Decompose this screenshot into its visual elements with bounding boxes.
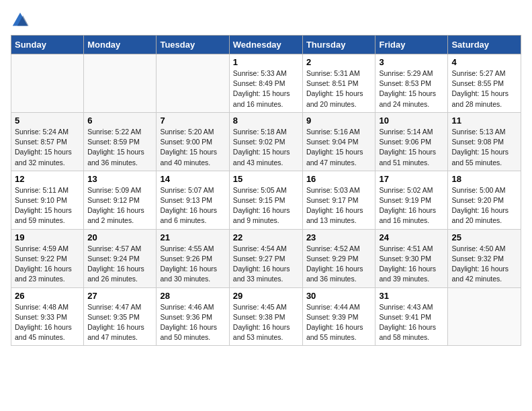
calendar-cell: 20Sunrise: 4:57 AM Sunset: 9:24 PM Dayli…	[84, 229, 157, 287]
calendar-week-5: 26Sunrise: 4:48 AM Sunset: 9:33 PM Dayli…	[11, 287, 521, 346]
calendar-week-4: 19Sunrise: 4:59 AM Sunset: 9:22 PM Dayli…	[11, 229, 521, 287]
day-number: 24	[379, 232, 444, 242]
day-info: Sunrise: 4:55 AM Sunset: 9:26 PM Dayligh…	[160, 244, 225, 285]
calendar-week-3: 12Sunrise: 5:11 AM Sunset: 9:10 PM Dayli…	[11, 171, 521, 229]
day-info: Sunrise: 5:31 AM Sunset: 8:51 PM Dayligh…	[306, 68, 372, 109]
day-number: 6	[87, 116, 152, 126]
calendar-cell: 25Sunrise: 4:50 AM Sunset: 9:32 PM Dayli…	[448, 229, 521, 287]
day-number: 14	[160, 174, 225, 184]
day-number: 31	[379, 291, 444, 301]
logo-icon	[11, 11, 30, 30]
day-number: 7	[160, 116, 225, 126]
calendar-body: 1Sunrise: 5:33 AM Sunset: 8:49 PM Daylig…	[11, 54, 521, 346]
calendar-cell: 19Sunrise: 4:59 AM Sunset: 9:22 PM Dayli…	[11, 229, 84, 287]
day-number: 22	[233, 232, 299, 242]
calendar-cell: 5Sunrise: 5:24 AM Sunset: 8:57 PM Daylig…	[11, 112, 84, 171]
day-info: Sunrise: 5:16 AM Sunset: 9:04 PM Dayligh…	[306, 127, 372, 168]
calendar-header-friday: Friday	[375, 36, 448, 54]
calendar-cell: 29Sunrise: 4:45 AM Sunset: 9:38 PM Dayli…	[229, 287, 302, 346]
calendar-week-2: 5Sunrise: 5:24 AM Sunset: 8:57 PM Daylig…	[11, 112, 521, 171]
day-number: 29	[233, 291, 299, 301]
day-info: Sunrise: 4:52 AM Sunset: 9:29 PM Dayligh…	[306, 244, 372, 285]
calendar-header-tuesday: Tuesday	[157, 36, 229, 54]
day-number: 2	[306, 57, 372, 67]
day-info: Sunrise: 5:27 AM Sunset: 8:55 PM Dayligh…	[451, 68, 517, 109]
day-info: Sunrise: 4:48 AM Sunset: 9:33 PM Dayligh…	[15, 302, 80, 343]
day-info: Sunrise: 4:44 AM Sunset: 9:39 PM Dayligh…	[306, 302, 372, 343]
calendar-cell: 21Sunrise: 4:55 AM Sunset: 9:26 PM Dayli…	[157, 229, 229, 287]
calendar-cell: 26Sunrise: 4:48 AM Sunset: 9:33 PM Dayli…	[11, 287, 84, 346]
calendar-cell: 31Sunrise: 4:43 AM Sunset: 9:41 PM Dayli…	[375, 287, 448, 346]
day-number: 26	[15, 291, 80, 301]
day-info: Sunrise: 5:02 AM Sunset: 9:19 PM Dayligh…	[379, 185, 444, 226]
calendar-cell: 18Sunrise: 5:00 AM Sunset: 9:20 PM Dayli…	[448, 171, 521, 229]
calendar-header-saturday: Saturday	[448, 36, 521, 54]
day-info: Sunrise: 5:24 AM Sunset: 8:57 PM Dayligh…	[15, 127, 80, 168]
day-number: 10	[379, 116, 444, 126]
day-number: 11	[451, 116, 517, 126]
day-info: Sunrise: 4:46 AM Sunset: 9:36 PM Dayligh…	[160, 302, 225, 343]
day-number: 13	[87, 174, 152, 184]
day-number: 20	[87, 232, 152, 242]
day-number: 23	[306, 232, 372, 242]
calendar-header-wednesday: Wednesday	[229, 36, 302, 54]
calendar-header-thursday: Thursday	[302, 36, 375, 54]
calendar-cell: 14Sunrise: 5:07 AM Sunset: 9:13 PM Dayli…	[157, 171, 229, 229]
day-info: Sunrise: 4:47 AM Sunset: 9:35 PM Dayligh…	[87, 302, 152, 343]
day-number: 27	[87, 291, 152, 301]
day-info: Sunrise: 5:22 AM Sunset: 8:59 PM Dayligh…	[87, 127, 152, 168]
calendar-cell: 27Sunrise: 4:47 AM Sunset: 9:35 PM Dayli…	[84, 287, 157, 346]
day-number: 18	[451, 174, 517, 184]
day-number: 28	[160, 291, 225, 301]
day-info: Sunrise: 5:33 AM Sunset: 8:49 PM Dayligh…	[233, 68, 299, 109]
day-number: 12	[15, 174, 80, 184]
day-number: 8	[233, 116, 299, 126]
calendar-cell: 17Sunrise: 5:02 AM Sunset: 9:19 PM Dayli…	[375, 171, 448, 229]
day-info: Sunrise: 4:57 AM Sunset: 9:24 PM Dayligh…	[87, 244, 152, 285]
calendar-cell: 24Sunrise: 4:51 AM Sunset: 9:30 PM Dayli…	[375, 229, 448, 287]
day-number: 30	[306, 291, 372, 301]
day-number: 16	[306, 174, 372, 184]
calendar-cell: 9Sunrise: 5:16 AM Sunset: 9:04 PM Daylig…	[302, 112, 375, 171]
day-info: Sunrise: 5:13 AM Sunset: 9:08 PM Dayligh…	[451, 127, 517, 168]
day-number: 21	[160, 232, 225, 242]
calendar-table: SundayMondayTuesdayWednesdayThursdayFrid…	[11, 35, 521, 346]
calendar-header: SundayMondayTuesdayWednesdayThursdayFrid…	[11, 36, 521, 54]
calendar-cell	[157, 54, 229, 113]
calendar-cell: 16Sunrise: 5:03 AM Sunset: 9:17 PM Dayli…	[302, 171, 375, 229]
calendar-cell	[11, 54, 84, 113]
calendar-cell: 4Sunrise: 5:27 AM Sunset: 8:55 PM Daylig…	[448, 54, 521, 113]
calendar-cell	[448, 287, 521, 346]
day-info: Sunrise: 4:43 AM Sunset: 9:41 PM Dayligh…	[379, 302, 444, 343]
calendar-cell: 11Sunrise: 5:13 AM Sunset: 9:08 PM Dayli…	[448, 112, 521, 171]
calendar-cell: 28Sunrise: 4:46 AM Sunset: 9:36 PM Dayli…	[157, 287, 229, 346]
day-number: 9	[306, 116, 372, 126]
calendar-cell: 7Sunrise: 5:20 AM Sunset: 9:00 PM Daylig…	[157, 112, 229, 171]
day-info: Sunrise: 5:18 AM Sunset: 9:02 PM Dayligh…	[233, 127, 299, 168]
calendar-cell: 3Sunrise: 5:29 AM Sunset: 8:53 PM Daylig…	[375, 54, 448, 113]
day-info: Sunrise: 5:00 AM Sunset: 9:20 PM Dayligh…	[451, 185, 517, 226]
calendar-cell: 6Sunrise: 5:22 AM Sunset: 8:59 PM Daylig…	[84, 112, 157, 171]
day-info: Sunrise: 5:29 AM Sunset: 8:53 PM Dayligh…	[379, 68, 444, 109]
day-number: 3	[379, 57, 444, 67]
header	[11, 11, 521, 30]
calendar-cell: 8Sunrise: 5:18 AM Sunset: 9:02 PM Daylig…	[229, 112, 302, 171]
calendar-cell: 22Sunrise: 4:54 AM Sunset: 9:27 PM Dayli…	[229, 229, 302, 287]
calendar-cell: 23Sunrise: 4:52 AM Sunset: 9:29 PM Dayli…	[302, 229, 375, 287]
day-info: Sunrise: 5:20 AM Sunset: 9:00 PM Dayligh…	[160, 127, 225, 168]
day-info: Sunrise: 5:07 AM Sunset: 9:13 PM Dayligh…	[160, 185, 225, 226]
day-info: Sunrise: 4:59 AM Sunset: 9:22 PM Dayligh…	[15, 244, 80, 285]
calendar-cell: 30Sunrise: 4:44 AM Sunset: 9:39 PM Dayli…	[302, 287, 375, 346]
day-info: Sunrise: 4:50 AM Sunset: 9:32 PM Dayligh…	[451, 244, 517, 285]
calendar-cell: 13Sunrise: 5:09 AM Sunset: 9:12 PM Dayli…	[84, 171, 157, 229]
calendar-cell: 12Sunrise: 5:11 AM Sunset: 9:10 PM Dayli…	[11, 171, 84, 229]
calendar-cell: 2Sunrise: 5:31 AM Sunset: 8:51 PM Daylig…	[302, 54, 375, 113]
calendar-header-monday: Monday	[84, 36, 157, 54]
calendar-header-sunday: Sunday	[11, 36, 84, 54]
day-info: Sunrise: 5:14 AM Sunset: 9:06 PM Dayligh…	[379, 127, 444, 168]
logo	[11, 11, 32, 30]
day-info: Sunrise: 5:03 AM Sunset: 9:17 PM Dayligh…	[306, 185, 372, 226]
day-info: Sunrise: 4:54 AM Sunset: 9:27 PM Dayligh…	[233, 244, 299, 285]
calendar-week-1: 1Sunrise: 5:33 AM Sunset: 8:49 PM Daylig…	[11, 54, 521, 113]
day-number: 1	[233, 57, 299, 67]
